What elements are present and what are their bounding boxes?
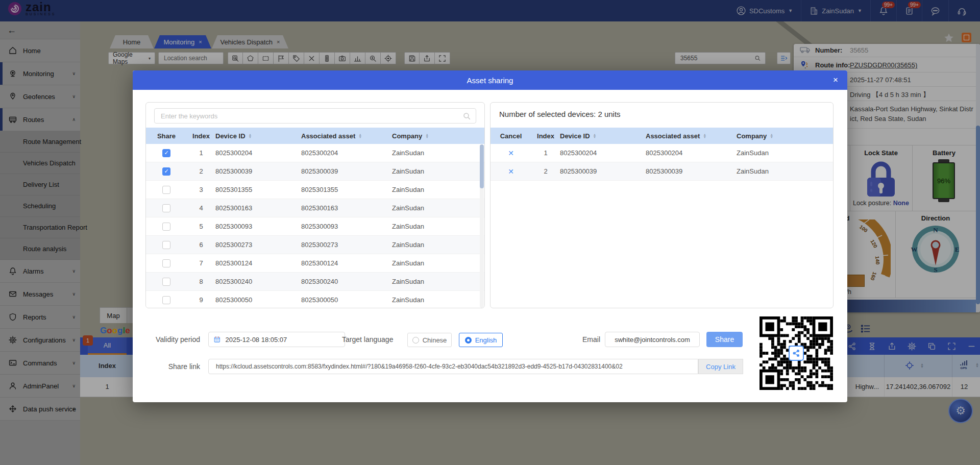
validity-period-field[interactable] xyxy=(208,332,345,347)
index-cell: 1 xyxy=(187,149,215,157)
device-id-cell: 8025300039 xyxy=(560,167,646,175)
associated-asset-cell: 8025300039 xyxy=(646,167,737,175)
index-column-header: Index xyxy=(531,132,560,140)
close-icon[interactable]: × xyxy=(833,75,838,85)
checkbox-unchecked[interactable] xyxy=(162,223,170,231)
sort-icon[interactable]: ▲▼ xyxy=(249,133,252,138)
company-cell: ZainSudan xyxy=(392,223,484,230)
checkbox-checked[interactable]: ✓ xyxy=(162,167,170,176)
device-id-cell: 8025300093 xyxy=(215,223,301,230)
sort-icon[interactable]: ▲▼ xyxy=(358,133,362,138)
device-row: 480253001638025300163ZainSudan xyxy=(146,199,484,217)
associated-asset-cell: 8025300124 xyxy=(301,259,392,267)
device-row: 380253013558025301355ZainSudan xyxy=(146,181,484,199)
index-cell: 2 xyxy=(531,167,560,175)
language-option-english[interactable]: English xyxy=(459,333,503,347)
associated-asset-column-header[interactable]: Associated asset▲▼ xyxy=(301,132,392,140)
device-row: 580253000938025300093ZainSudan xyxy=(146,217,484,236)
validity-period-input[interactable] xyxy=(225,335,339,344)
index-cell: 3 xyxy=(187,186,215,193)
radio-checked-icon[interactable] xyxy=(465,337,472,344)
selected-device-row: ✕180253002048025300204ZainSudan xyxy=(491,144,833,162)
device-row: 980253000508025300050ZainSudan xyxy=(146,291,484,308)
sort-icon[interactable]: ▲▼ xyxy=(703,133,706,138)
company-cell: ZainSudan xyxy=(392,204,484,212)
company-cell: ZainSudan xyxy=(737,149,833,157)
company-cell: ZainSudan xyxy=(392,296,484,304)
sort-icon[interactable]: ▲▼ xyxy=(770,133,773,138)
index-column-header: Index xyxy=(187,132,215,140)
device-id-cell: 8025300124 xyxy=(215,259,301,267)
index-cell: 9 xyxy=(187,296,215,304)
index-cell: 6 xyxy=(187,241,215,249)
device-row: ✓280253000398025300039ZainSudan xyxy=(146,162,484,181)
company-cell: ZainSudan xyxy=(392,278,484,285)
table-scrollbar[interactable] xyxy=(480,144,484,308)
share-link-input[interactable] xyxy=(215,362,692,371)
keyword-search-input[interactable] xyxy=(155,109,468,123)
share-button[interactable]: Share xyxy=(706,332,743,347)
company-cell: ZainSudan xyxy=(392,259,484,267)
associated-asset-cell: 8025300163 xyxy=(301,204,392,212)
company-column-header[interactable]: Company▲▼ xyxy=(392,132,484,140)
modal-header: Asset sharing × xyxy=(133,70,847,90)
device-row: ✓180253002048025300204ZainSudan xyxy=(146,144,484,162)
associated-asset-cell: 8025301355 xyxy=(301,186,392,193)
share-link-field[interactable] xyxy=(208,359,698,374)
device-id-cell: 8025300273 xyxy=(215,241,301,249)
right-table-header: Cancel Index Device ID▲▼ Associated asse… xyxy=(491,128,833,144)
email-label: Email xyxy=(570,335,600,344)
company-cell: ZainSudan xyxy=(392,149,484,157)
device-select-card: Share Index Device ID▲▼ Associated asset… xyxy=(145,102,485,308)
email-field[interactable] xyxy=(605,332,700,347)
checkbox-unchecked[interactable] xyxy=(162,186,170,194)
device-id-cell: 8025300204 xyxy=(215,149,301,157)
keyword-search-box[interactable] xyxy=(154,108,476,124)
index-cell: 7 xyxy=(187,259,215,267)
index-cell: 8 xyxy=(187,278,215,285)
device-id-cell: 8025300050 xyxy=(215,296,301,304)
email-input[interactable] xyxy=(610,335,694,344)
app-root: zain BUSINESS SDCustoms ▼ ZainSudan ▼ 99… xyxy=(0,0,980,465)
company-column-header[interactable]: Company▲▼ xyxy=(737,132,833,140)
checkbox-unchecked[interactable] xyxy=(162,278,170,286)
search-icon[interactable] xyxy=(462,112,471,120)
checkbox-unchecked[interactable] xyxy=(162,296,170,304)
associated-asset-cell: 8025300240 xyxy=(301,278,392,285)
share-link-label: Share link xyxy=(152,362,200,371)
company-cell: ZainSudan xyxy=(737,167,833,175)
associated-asset-cell: 8025300039 xyxy=(301,167,392,175)
device-id-cell: 8025301355 xyxy=(215,186,301,193)
sort-icon[interactable]: ▲▼ xyxy=(425,133,429,138)
associated-asset-cell: 8025300273 xyxy=(301,241,392,249)
checkbox-unchecked[interactable] xyxy=(162,204,170,212)
associated-asset-cell: 8025300093 xyxy=(301,223,392,230)
selected-device-row: ✕280253000398025300039ZainSudan xyxy=(491,162,833,181)
index-cell: 2 xyxy=(187,167,215,175)
company-cell: ZainSudan xyxy=(392,241,484,249)
company-cell: ZainSudan xyxy=(392,167,484,175)
language-option-chinese[interactable]: Chinese xyxy=(407,333,452,347)
device-id-cell: 8025300204 xyxy=(560,149,646,157)
cancel-icon[interactable]: ✕ xyxy=(491,149,531,157)
selected-devices-card: Number of selected devices: 2 units Canc… xyxy=(490,102,834,308)
cancel-column-header: Cancel xyxy=(491,132,531,140)
associated-asset-cell: 8025300204 xyxy=(301,149,392,157)
index-cell: 1 xyxy=(531,149,560,157)
associated-asset-column-header[interactable]: Associated asset▲▼ xyxy=(646,132,737,140)
checkbox-unchecked[interactable] xyxy=(162,259,170,267)
associated-asset-cell: 8025300050 xyxy=(301,296,392,304)
device-id-column-header[interactable]: Device ID▲▼ xyxy=(560,132,646,140)
checkbox-unchecked[interactable] xyxy=(162,241,170,249)
associated-asset-cell: 8025300204 xyxy=(646,149,737,157)
device-row: 780253001248025300124ZainSudan xyxy=(146,254,484,273)
cancel-icon[interactable]: ✕ xyxy=(491,167,531,176)
device-id-column-header[interactable]: Device ID▲▼ xyxy=(215,132,301,140)
copy-link-button[interactable]: Copy Link xyxy=(698,359,743,374)
scrollbar-thumb[interactable] xyxy=(480,144,484,188)
checkbox-checked[interactable]: ✓ xyxy=(162,149,170,157)
left-table-header: Share Index Device ID▲▼ Associated asset… xyxy=(146,128,484,144)
sort-icon[interactable]: ▲▼ xyxy=(593,133,597,138)
radio-icon[interactable] xyxy=(412,337,419,344)
company-cell: ZainSudan xyxy=(392,186,484,193)
